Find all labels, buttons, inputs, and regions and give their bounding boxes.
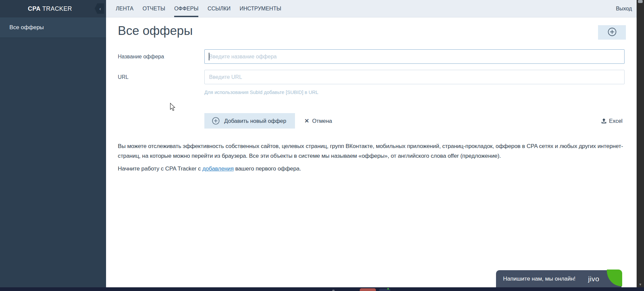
cta-text-after: вашего первого оффера. [234, 165, 301, 172]
url-label: URL [118, 70, 129, 84]
taskbar-item [332, 290, 335, 291]
active-tab-underline [174, 16, 198, 17]
tab-offery[interactable]: ОФФЕРЫ [174, 0, 198, 17]
url-field-wrap [204, 70, 625, 84]
offer-name-label: Название оффера [118, 49, 164, 64]
tab-instrumenty[interactable]: ИНСТРУМЕНТЫ [240, 0, 281, 17]
chat-message: Напишите нам, мы онлайн! [503, 270, 576, 287]
tab-label: ОТЧЕТЫ [143, 6, 165, 11]
chevron-left-icon: ‹ [99, 6, 101, 11]
plus-circle-icon [607, 27, 617, 38]
logout-link[interactable]: Выход [616, 0, 632, 17]
brand-logo-rest: TRACKER [41, 5, 72, 12]
taskbar-item-red [360, 288, 376, 291]
page-scrollbar[interactable]: ▼ [637, 0, 644, 291]
main-content: Все офферы Название оффера URL Для испол… [106, 17, 637, 287]
excel-label: Excel [609, 118, 623, 124]
tab-label: ИНСТРУМЕНТЫ [240, 6, 281, 11]
sidebar: CPA TRACKER ‹ Все офферы [0, 0, 106, 291]
subid-hint: Для использования SubId добавьте [SUBID]… [204, 90, 318, 95]
excel-export-button[interactable]: Excel [599, 113, 625, 129]
intro-paragraph: Вы можете отслеживать эффективность собс… [118, 141, 627, 161]
cta-text-before: Начните работу с CPA Tracker с [118, 165, 202, 172]
url-input[interactable] [204, 70, 625, 84]
brand-logo: CPA TRACKER [0, 0, 106, 17]
tab-label: ЛЕНТА [116, 6, 134, 11]
jivo-leaf-icon [607, 270, 622, 286]
jivo-logo: jivo [588, 270, 599, 287]
close-icon: ✕ [304, 117, 309, 125]
offer-name-input[interactable] [204, 49, 625, 64]
page-title: Все офферы [118, 23, 193, 38]
tab-otchety[interactable]: ОТЧЕТЫ [143, 0, 165, 17]
cancel-label: Отмена [312, 118, 332, 124]
plus-circle-icon [212, 117, 220, 125]
app-screen: CPA TRACKER ‹ Все офферы ЛЕНТА ОТЧЕТЫ ОФ… [0, 0, 644, 291]
main-nav: ЛЕНТА ОТЧЕТЫ ОФФЕРЫ ССЫЛКИ ИНСТРУМЕНТЫ [116, 0, 281, 17]
top-navigation-bar: ЛЕНТА ОТЧЕТЫ ОФФЕРЫ ССЫЛКИ ИНСТРУМЕНТЫ В… [106, 0, 637, 17]
sidebar-header: CPA TRACKER ‹ [0, 0, 106, 17]
tab-label: ОФФЕРЫ [174, 6, 198, 11]
scrollbar-thumb[interactable] [638, 0, 643, 3]
taskbar-green-dot [387, 288, 389, 290]
tab-lenta[interactable]: ЛЕНТА [116, 0, 134, 17]
jivo-chat-widget[interactable]: Напишите нам, мы онлайн! jivo [496, 270, 622, 287]
tab-label: ССЫЛКИ [207, 6, 231, 11]
add-new-offer-label: Добавить новый оффер [224, 118, 286, 124]
intro-cta: Начните работу с CPA Tracker с добавлени… [118, 165, 301, 172]
bottom-taskbar-edge [0, 287, 644, 291]
sidebar-item-label: Все офферы [9, 24, 44, 31]
add-offer-link[interactable]: добавления [202, 165, 234, 172]
add-new-offer-button[interactable]: Добавить новый оффер [204, 113, 295, 129]
upload-icon [601, 118, 607, 124]
add-offer-icon-button[interactable] [598, 25, 626, 40]
cancel-button[interactable]: ✕ Отмена [302, 113, 334, 129]
sidebar-item-all-offers[interactable]: Все офферы [0, 17, 106, 38]
scroll-down-arrow-icon[interactable]: ▼ [637, 283, 644, 286]
offer-name-field-wrap [204, 49, 625, 64]
text-caret [209, 53, 209, 60]
brand-logo-bold: CPA [28, 5, 41, 12]
tab-ssylki[interactable]: ССЫЛКИ [207, 0, 231, 17]
